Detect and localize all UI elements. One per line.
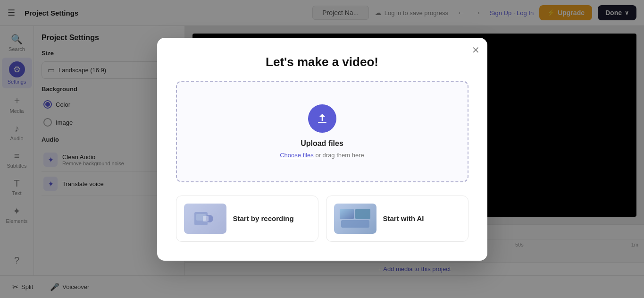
ai-thumbnail [334,204,376,234]
svg-rect-6 [355,209,370,219]
upload-circle [308,104,336,133]
record-thumb-inner [184,204,226,234]
modal-options: Start by recording [176,196,468,242]
modal-option-record[interactable]: Start by recording [176,196,318,242]
ai-thumb-inner [334,204,376,234]
svg-rect-7 [341,220,369,228]
upload-zone-sub: Choose files or drag them here [280,152,364,159]
svg-rect-5 [340,209,354,219]
ai-thumb-svg [339,207,372,230]
modal-option-ai[interactable]: Start with AI [326,196,468,242]
modal: ✕ Let's make a video! Upload files Choos… [157,38,487,261]
modal-title: Let's make a video! [176,55,468,69]
modal-close-button[interactable]: ✕ [472,45,480,55]
upload-zone[interactable]: Upload files Choose files or drag them h… [176,81,468,182]
choose-files-link[interactable]: Choose files [280,152,314,159]
record-thumb-svg [193,209,217,228]
upload-zone-title: Upload files [301,139,343,148]
upload-icon [315,111,329,126]
ai-option-label: Start with AI [383,214,424,222]
upload-drag-text: or drag them here [315,152,364,159]
svg-rect-3 [203,216,209,221]
record-thumbnail [184,204,226,234]
record-option-label: Start by recording [233,214,294,222]
modal-overlay[interactable]: ✕ Let's make a video! Upload files Choos… [0,0,644,298]
